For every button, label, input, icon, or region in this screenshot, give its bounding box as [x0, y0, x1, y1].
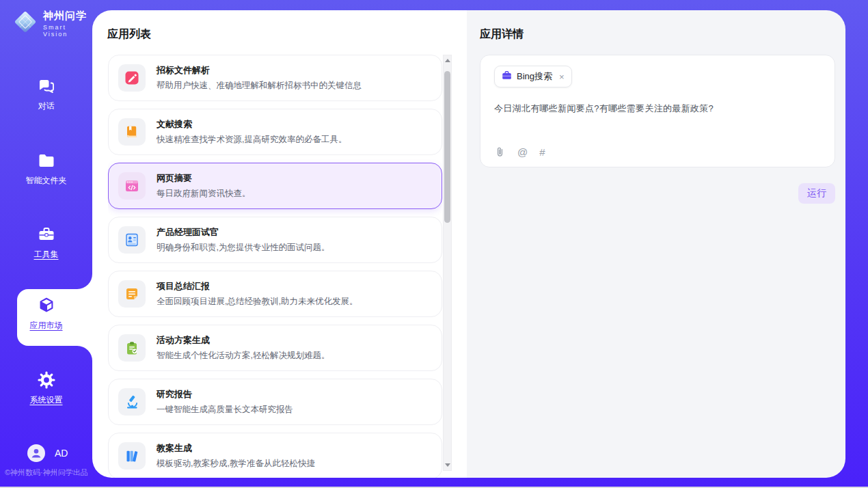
cube-icon	[0, 296, 92, 316]
user-account[interactable]: AD	[27, 444, 68, 462]
folder-icon	[0, 151, 92, 172]
scroll-down-arrow[interactable]	[445, 463, 450, 467]
app-list-item[interactable]: 网页摘要 每日政府新闻资讯快查。	[108, 163, 442, 209]
sidebar-item-label: 对话	[38, 101, 55, 111]
sidebar-item-chat[interactable]: 对话	[0, 77, 92, 112]
gear-icon	[0, 370, 92, 391]
app-description: 全面回顾项目进展,总结经验教训,助力未来优化发展。	[157, 296, 357, 308]
prompt-text[interactable]: 今日湖北有哪些新闻要点?有哪些需要关注的最新政策?	[494, 103, 821, 115]
project-report-icon	[118, 280, 146, 308]
sidebar: 神州问学 Smart Vision 对话 智能文件夹	[0, 0, 92, 488]
app-config-card: Bing搜索 × 今日湖北有哪些新闻要点?有哪些需要关注的最新政策? @ #	[480, 55, 835, 167]
scroll-up-arrow[interactable]	[445, 59, 450, 62]
topic-icon[interactable]: #	[539, 146, 545, 158]
sidebar-item-label: 工具集	[34, 249, 59, 259]
user-name: AD	[55, 448, 68, 459]
sidebar-item-app-market[interactable]: 应用市场	[0, 296, 92, 331]
app-description: 帮助用户快速、准确地理解和解析招标书中的关键信息	[157, 80, 362, 92]
app-name: 招标文件解析	[157, 64, 362, 77]
app-name: 项目总结汇报	[157, 280, 357, 293]
attachment-icon[interactable]	[494, 146, 506, 158]
briefcase-icon	[502, 70, 512, 83]
brand-tagline: Smart Vision	[43, 24, 92, 38]
avatar	[27, 444, 45, 462]
research-icon	[118, 388, 146, 416]
scrollbar-thumb[interactable]	[444, 71, 450, 223]
main-panel: 应用列表 招标文件解析 帮助用户快速、准确地理解和解析招标书中的关键信息 文献搜…	[92, 10, 845, 478]
run-button[interactable]: 运行	[798, 183, 835, 204]
composer-toolbar: @ #	[494, 146, 545, 158]
interview-icon	[118, 226, 146, 254]
app-description: 一键智能生成高质量长文本研究报告	[157, 404, 293, 416]
app-list-title: 应用列表	[107, 27, 151, 42]
web-summary-icon	[118, 172, 146, 200]
app-list-item[interactable]: 项目总结汇报 全面回顾项目进展,总结经验教训,助力未来优化发展。	[108, 271, 442, 317]
app-name: 教案生成	[157, 442, 315, 455]
sidebar-item-label: 智能文件夹	[26, 176, 67, 185]
app-name: 网页摘要	[157, 172, 251, 185]
event-plan-icon	[118, 334, 146, 362]
app-list-item[interactable]: 活动方案生成 智能生成个性化活动方案,轻松解决规划难题。	[108, 325, 442, 371]
book-icon	[118, 118, 146, 146]
app-logo: 神州问学 Smart Vision	[12, 9, 92, 38]
brand-diamond-icon	[12, 9, 38, 38]
list-scrollbar[interactable]	[443, 55, 452, 471]
app-list: 招标文件解析 帮助用户快速、准确地理解和解析招标书中的关键信息 文献搜索 快速精…	[108, 55, 442, 478]
app-list-item[interactable]: 文献搜索 快速精准查找学术资源,提高研究效率的必备工具。	[108, 109, 442, 155]
bid-doc-icon	[118, 64, 146, 92]
app-description: 智能生成个性化活动方案,轻松解决规划难题。	[157, 350, 329, 362]
app-name: 文献搜索	[157, 118, 347, 131]
sidebar-item-label: 应用市场	[30, 321, 63, 330]
sidebar-item-settings[interactable]: 系统设置	[0, 370, 92, 406]
app-list-item[interactable]: 招标文件解析 帮助用户快速、准确地理解和解析招标书中的关键信息	[108, 55, 442, 101]
app-description: 快速精准查找学术资源,提高研究效率的必备工具。	[157, 134, 347, 146]
app-list-pane: 应用列表 招标文件解析 帮助用户快速、准确地理解和解析招标书中的关键信息 文献搜…	[92, 10, 467, 478]
app-description: 明确身份和职责,为您提供专业性的面试问题。	[157, 242, 329, 254]
tool-tag-bing-search[interactable]: Bing搜索 ×	[494, 66, 572, 87]
app-detail-title: 应用详情	[480, 27, 524, 42]
tool-tag-label: Bing搜索	[517, 70, 552, 83]
mention-icon[interactable]: @	[517, 146, 528, 158]
app-description: 模板驱动,教案秒成,教学准备从此轻松快捷	[157, 458, 315, 470]
lesson-plan-icon	[118, 442, 146, 470]
app-name: 活动方案生成	[157, 334, 329, 347]
app-list-item[interactable]: 研究报告 一键智能生成高质量长文本研究报告	[108, 379, 442, 425]
app-description: 每日政府新闻资讯快查。	[157, 188, 251, 200]
app-name: 产品经理面试官	[157, 226, 329, 239]
sidebar-item-label: 系统设置	[30, 395, 63, 405]
toolbox-icon	[0, 225, 92, 245]
chat-icon	[0, 77, 92, 97]
close-icon[interactable]: ×	[559, 72, 565, 82]
sidebar-item-toolset[interactable]: 工具集	[0, 225, 92, 260]
brand-name: 神州问学	[43, 10, 92, 23]
app-detail-pane: 应用详情 Bing搜索 × 今日湖北有哪些新闻要点?有哪些需要关注的最新政策?	[467, 10, 845, 478]
app-list-item[interactable]: 教案生成 模板驱动,教案秒成,教学准备从此轻松快捷	[108, 433, 442, 478]
copyright-text: ©神州数码·神州问学出品	[5, 467, 92, 478]
sidebar-item-smart-folder[interactable]: 智能文件夹	[0, 151, 92, 187]
app-list-item[interactable]: 产品经理面试官 明确身份和职责,为您提供专业性的面试问题。	[108, 217, 442, 263]
app-name: 研究报告	[157, 388, 293, 401]
